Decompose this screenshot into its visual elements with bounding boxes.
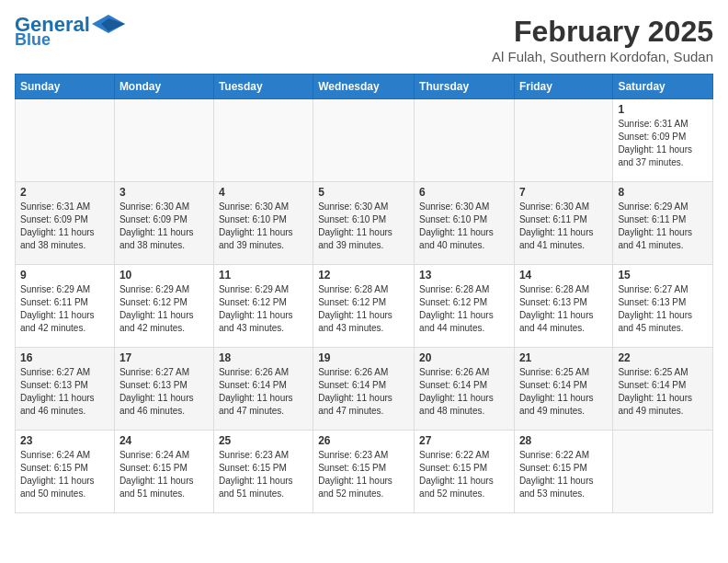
day-info: Sunrise: 6:29 AM Sunset: 6:12 PM Dayligh… [219,283,308,335]
calendar-cell: 5Sunrise: 6:30 AM Sunset: 6:10 PM Daylig… [313,182,415,265]
day-info: Sunrise: 6:30 AM Sunset: 6:10 PM Dayligh… [318,201,409,252]
day-number: 19 [318,351,409,364]
day-number: 18 [219,351,308,364]
day-number: 8 [618,186,708,199]
day-number: 23 [20,434,109,447]
day-number: 2 [20,186,109,199]
day-number: 10 [119,269,209,282]
logo-icon [92,15,125,33]
column-header-friday: Friday [514,75,612,99]
day-number: 20 [419,351,509,364]
day-info: Sunrise: 6:29 AM Sunset: 6:11 PM Dayligh… [618,201,708,252]
day-info: Sunrise: 6:26 AM Sunset: 6:14 PM Dayligh… [219,366,308,418]
day-number: 25 [219,434,308,447]
column-header-saturday: Saturday [613,75,713,99]
day-number: 13 [419,269,509,282]
page-subtitle: Al Fulah, Southern Kordofan, Sudan [492,49,713,64]
calendar-cell: 9Sunrise: 6:29 AM Sunset: 6:11 PM Daylig… [16,265,115,348]
day-info: Sunrise: 6:26 AM Sunset: 6:14 PM Dayligh… [318,366,409,418]
page-title: February 2025 [492,15,713,49]
calendar-cell: 12Sunrise: 6:28 AM Sunset: 6:12 PM Dayli… [313,265,415,348]
calendar-cell: 4Sunrise: 6:30 AM Sunset: 6:10 PM Daylig… [213,182,313,265]
day-number: 26 [318,434,409,447]
day-info: Sunrise: 6:24 AM Sunset: 6:15 PM Dayligh… [119,449,209,500]
day-info: Sunrise: 6:23 AM Sunset: 6:15 PM Dayligh… [318,449,409,500]
day-info: Sunrise: 6:25 AM Sunset: 6:14 PM Dayligh… [519,366,608,418]
day-number: 1 [618,103,708,116]
calendar-table: SundayMondayTuesdayWednesdayThursdayFrid… [15,74,713,513]
column-header-tuesday: Tuesday [213,75,313,99]
day-info: Sunrise: 6:28 AM Sunset: 6:13 PM Dayligh… [519,283,608,335]
day-info: Sunrise: 6:28 AM Sunset: 6:12 PM Dayligh… [318,283,409,335]
day-info: Sunrise: 6:24 AM Sunset: 6:15 PM Dayligh… [20,449,109,500]
day-number: 4 [219,186,308,199]
day-number: 5 [318,186,409,199]
calendar-cell: 22Sunrise: 6:25 AM Sunset: 6:14 PM Dayli… [613,348,713,431]
day-number: 21 [519,351,608,364]
day-info: Sunrise: 6:26 AM Sunset: 6:14 PM Dayligh… [419,366,509,418]
calendar-cell: 1Sunrise: 6:31 AM Sunset: 6:09 PM Daylig… [613,99,713,182]
calendar-cell: 17Sunrise: 6:27 AM Sunset: 6:13 PM Dayli… [114,348,213,431]
calendar-cell: 16Sunrise: 6:27 AM Sunset: 6:13 PM Dayli… [16,348,115,431]
calendar-cell: 27Sunrise: 6:22 AM Sunset: 6:15 PM Dayli… [415,431,515,513]
calendar-cell: 23Sunrise: 6:24 AM Sunset: 6:15 PM Dayli… [16,431,115,513]
day-number: 3 [119,186,209,199]
calendar-week-4: 16Sunrise: 6:27 AM Sunset: 6:13 PM Dayli… [16,348,713,431]
day-number: 16 [20,351,109,364]
calendar-cell [16,99,115,182]
column-header-sunday: Sunday [16,75,115,99]
day-info: Sunrise: 6:25 AM Sunset: 6:14 PM Dayligh… [618,366,708,418]
day-number: 27 [419,434,509,447]
column-header-thursday: Thursday [415,75,515,99]
calendar-cell [613,431,713,513]
calendar-cell: 10Sunrise: 6:29 AM Sunset: 6:12 PM Dayli… [114,265,213,348]
day-info: Sunrise: 6:29 AM Sunset: 6:12 PM Dayligh… [119,283,209,335]
day-number: 6 [419,186,509,199]
calendar-cell: 25Sunrise: 6:23 AM Sunset: 6:15 PM Dayli… [213,431,313,513]
calendar-cell: 7Sunrise: 6:30 AM Sunset: 6:11 PM Daylig… [514,182,612,265]
calendar-week-5: 23Sunrise: 6:24 AM Sunset: 6:15 PM Dayli… [16,431,713,513]
day-number: 11 [219,269,308,282]
calendar-cell: 2Sunrise: 6:31 AM Sunset: 6:09 PM Daylig… [16,182,115,265]
logo-blue-text: Blue [15,31,51,48]
calendar-week-2: 2Sunrise: 6:31 AM Sunset: 6:09 PM Daylig… [16,182,713,265]
day-number: 22 [618,351,708,364]
calendar-cell: 8Sunrise: 6:29 AM Sunset: 6:11 PM Daylig… [613,182,713,265]
day-info: Sunrise: 6:29 AM Sunset: 6:11 PM Dayligh… [20,283,109,335]
calendar-cell [114,99,213,182]
day-info: Sunrise: 6:22 AM Sunset: 6:15 PM Dayligh… [419,449,509,500]
day-info: Sunrise: 6:30 AM Sunset: 6:09 PM Dayligh… [119,201,209,252]
day-info: Sunrise: 6:23 AM Sunset: 6:15 PM Dayligh… [219,449,308,500]
day-number: 7 [519,186,608,199]
day-info: Sunrise: 6:28 AM Sunset: 6:12 PM Dayligh… [419,283,509,335]
column-header-monday: Monday [114,75,213,99]
calendar-cell [313,99,415,182]
day-info: Sunrise: 6:30 AM Sunset: 6:11 PM Dayligh… [519,201,608,252]
day-info: Sunrise: 6:27 AM Sunset: 6:13 PM Dayligh… [618,283,708,335]
title-block: February 2025 Al Fulah, Southern Kordofa… [492,15,713,64]
calendar-cell: 11Sunrise: 6:29 AM Sunset: 6:12 PM Dayli… [213,265,313,348]
logo: General Blue [15,15,125,48]
calendar-cell: 24Sunrise: 6:24 AM Sunset: 6:15 PM Dayli… [114,431,213,513]
calendar-header-row: SundayMondayTuesdayWednesdayThursdayFrid… [16,75,713,99]
day-info: Sunrise: 6:31 AM Sunset: 6:09 PM Dayligh… [618,118,708,169]
calendar-cell: 19Sunrise: 6:26 AM Sunset: 6:14 PM Dayli… [313,348,415,431]
calendar-week-1: 1Sunrise: 6:31 AM Sunset: 6:09 PM Daylig… [16,99,713,182]
calendar-cell: 28Sunrise: 6:22 AM Sunset: 6:15 PM Dayli… [514,431,612,513]
day-number: 9 [20,269,109,282]
day-number: 17 [119,351,209,364]
calendar-cell [415,99,515,182]
day-number: 12 [318,269,409,282]
calendar-cell [514,99,612,182]
day-number: 28 [519,434,608,447]
day-info: Sunrise: 6:22 AM Sunset: 6:15 PM Dayligh… [519,449,608,500]
calendar-cell: 21Sunrise: 6:25 AM Sunset: 6:14 PM Dayli… [514,348,612,431]
day-info: Sunrise: 6:30 AM Sunset: 6:10 PM Dayligh… [219,201,308,252]
calendar-cell [213,99,313,182]
day-number: 14 [519,269,608,282]
calendar-cell: 15Sunrise: 6:27 AM Sunset: 6:13 PM Dayli… [613,265,713,348]
day-info: Sunrise: 6:27 AM Sunset: 6:13 PM Dayligh… [119,366,209,418]
day-number: 15 [618,269,708,282]
calendar-cell: 18Sunrise: 6:26 AM Sunset: 6:14 PM Dayli… [213,348,313,431]
day-number: 24 [119,434,209,447]
